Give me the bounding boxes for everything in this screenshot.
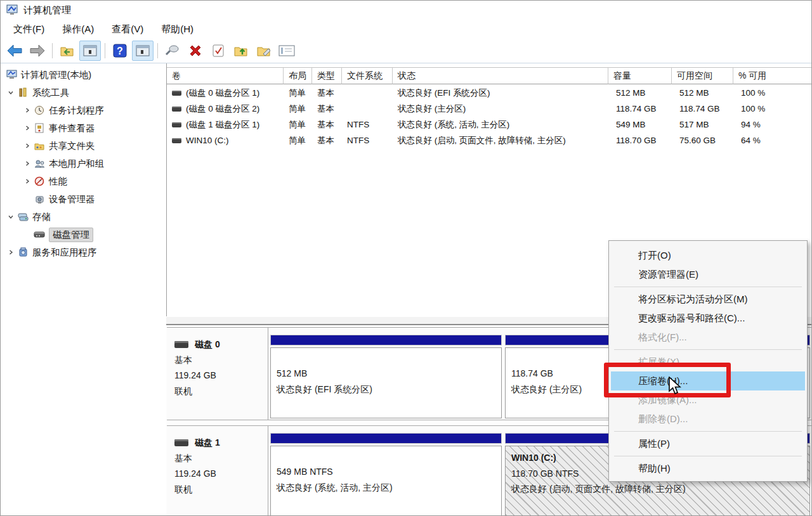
disk-status: 联机 (174, 482, 268, 498)
sidebar-item-label: 设备管理器 (49, 193, 95, 205)
partition-size: 549 MB NTFS (277, 464, 501, 480)
sidebar-item-computer-management[interactable]: 计算机管理(本地) (1, 66, 166, 84)
delete-button[interactable] (185, 41, 206, 61)
chevron-right-icon[interactable] (22, 123, 32, 133)
menu-item-explorer[interactable]: 资源管理器(E) (609, 265, 807, 284)
menu-item-change-drive-letter[interactable]: 更改驱动器号和路径(C)... (609, 309, 807, 328)
column-header-capacity[interactable]: 容量 (608, 67, 672, 84)
title-bar: 计算机管理 (1, 1, 812, 20)
sidebar-item-system-tools[interactable]: 系统工具 (1, 84, 166, 101)
partition-status: 状态良好 (EFI 系统分区) (277, 382, 501, 397)
menu-item-mark-active[interactable]: 将分区标记为活动分区(M) (609, 290, 807, 309)
chevron-none (22, 194, 32, 204)
forward-button[interactable] (27, 41, 48, 61)
help-button[interactable]: ? (109, 41, 131, 61)
sidebar-item-event-viewer[interactable]: 事件查看器 (1, 119, 166, 137)
back-button[interactable] (4, 41, 25, 61)
menu-separator (609, 429, 807, 434)
sidebar-item-services-applications[interactable]: 服务和应用程序 (1, 243, 166, 261)
sidebar-item-label-selected: 磁盘管理 (49, 228, 93, 242)
console-window-icon (82, 44, 98, 58)
chevron-right-icon[interactable] (6, 247, 16, 257)
toolbar-separator (157, 43, 158, 58)
column-header-status[interactable]: 状态 (393, 67, 608, 84)
disk-1-label[interactable]: 磁盘 1 基本 119.24 GB 联机 (167, 426, 268, 516)
partition-size: 512 MB (277, 366, 501, 382)
task-scheduler-icon (34, 105, 45, 115)
inspect-icon (165, 44, 180, 58)
column-header-filesystem[interactable]: 文件系统 (342, 67, 393, 84)
storage-icon (17, 212, 29, 222)
sidebar-item-task-scheduler[interactable]: 任务计划程序 (1, 101, 166, 119)
menu-item-properties[interactable]: 属性(P) (609, 434, 807, 453)
toolbar: ? (1, 39, 812, 63)
column-header-pct-free[interactable]: % 可用 (733, 67, 812, 84)
console-window-2-button[interactable] (132, 41, 154, 61)
chevron-right-icon[interactable] (22, 158, 32, 169)
sidebar-item-local-users-groups[interactable]: 本地用户和组 (1, 155, 166, 172)
show-console-tree-button[interactable] (56, 41, 78, 61)
sidebar-item-label: 任务计划程序 (49, 105, 104, 117)
menu-item-open[interactable]: 打开(O) (609, 246, 807, 265)
partition-status: 状态良好 (启动, 页面文件, 故障转储, 主分区) (511, 481, 809, 497)
edit-folder-icon (256, 44, 272, 58)
disk-size: 119.24 GB (174, 466, 268, 482)
export-folder-icon (233, 44, 249, 58)
chevron-right-icon[interactable] (22, 105, 32, 115)
column-header-free-space[interactable]: 可用空间 (672, 67, 733, 84)
show-console-tree-icon (60, 44, 75, 58)
menu-file[interactable]: 文件(F) (4, 20, 53, 39)
menu-help[interactable]: 帮助(H) (152, 20, 202, 39)
window-title: 计算机管理 (23, 4, 71, 16)
chevron-right-icon[interactable] (22, 176, 32, 186)
forward-arrow-icon (30, 44, 45, 58)
system-tools-icon (17, 87, 29, 98)
local-users-icon (34, 158, 45, 169)
disk-1-partition-1[interactable]: 549 MB NTFS 状态良好 (系统, 活动, 主分区) (270, 433, 502, 516)
menu-item-help[interactable]: 帮助(H) (609, 459, 807, 478)
disk-0-partition-1[interactable]: 512 MB 状态良好 (EFI 系统分区) (270, 335, 502, 418)
sidebar-item-storage[interactable]: 存储 (1, 208, 166, 226)
checklist-icon (211, 44, 225, 58)
sidebar-item-disk-management[interactable]: 磁盘管理 (1, 226, 166, 243)
column-header-type[interactable]: 类型 (312, 67, 342, 84)
chevron-down-icon[interactable] (6, 212, 16, 222)
disk-0-label[interactable]: 磁盘 0 基本 119.24 GB 联机 (167, 328, 268, 420)
shared-folders-icon (34, 141, 45, 151)
help-icon: ? (113, 44, 127, 58)
sidebar-item-label: 服务和应用程序 (32, 247, 97, 259)
computer-management-window: 计算机管理 文件(F) 操作(A) 查看(V) 帮助(H) ? (0, 0, 812, 516)
menu-separator (609, 453, 807, 459)
sidebar-item-label: 事件查看器 (49, 122, 95, 134)
disk-size: 119.24 GB (174, 368, 268, 384)
console-window-button[interactable] (79, 41, 101, 61)
chevron-right-icon[interactable] (22, 141, 32, 151)
sidebar-item-shared-folders[interactable]: 共享文件夹 (1, 137, 166, 155)
checklist-button[interactable] (207, 41, 229, 61)
column-header-volume[interactable]: 卷 (167, 67, 284, 84)
delete-icon (188, 44, 202, 58)
menu-separator (609, 347, 807, 352)
export-folder-button[interactable] (230, 41, 252, 61)
volume-icon (172, 138, 181, 143)
menu-view[interactable]: 查看(V) (103, 20, 152, 39)
edit-folder-button[interactable] (253, 41, 275, 61)
chevron-down-icon[interactable] (6, 87, 16, 98)
services-icon (17, 247, 29, 257)
console-tree: 计算机管理(本地) 系统工具 任务计划程序 事件查看器 共享文件夹 本地用户和组 (1, 63, 166, 516)
menu-action[interactable]: 操作(A) (53, 20, 103, 39)
sidebar-item-device-manager[interactable]: 设备管理器 (1, 190, 166, 208)
chevron-none (22, 229, 32, 240)
volume-icon (172, 122, 181, 127)
sidebar-item-label: 本地用户和组 (49, 158, 104, 170)
sidebar-item-performance[interactable]: 性能 (1, 172, 166, 190)
menu-separator (609, 284, 807, 290)
sidebar-item-label: 性能 (49, 176, 67, 188)
fields-button[interactable] (276, 41, 298, 61)
column-header-layout[interactable]: 布局 (284, 67, 312, 84)
inspect-button[interactable] (162, 41, 183, 61)
svg-text:?: ? (117, 46, 123, 56)
disk-type: 基本 (174, 451, 268, 467)
disk-icon (174, 439, 188, 446)
fields-icon (278, 44, 295, 57)
